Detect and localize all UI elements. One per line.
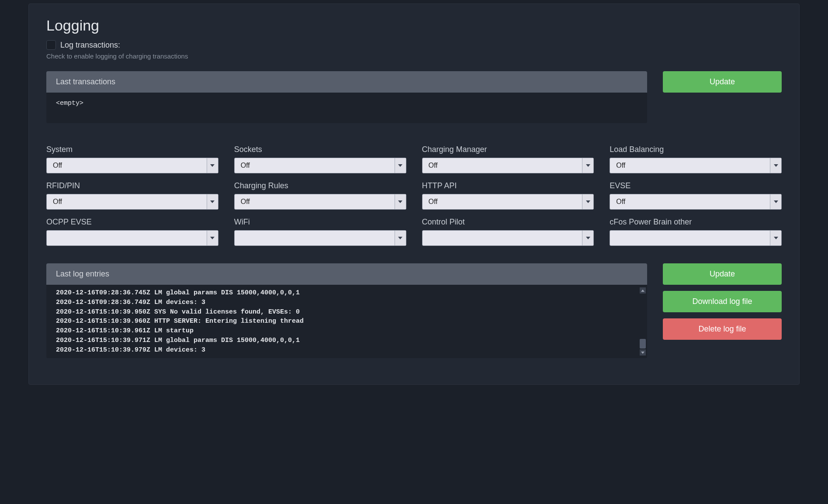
- select-block: Charging ManagerOff: [422, 145, 594, 173]
- select-value: Off: [47, 162, 207, 169]
- select-label: Sockets: [234, 145, 406, 154]
- chevron-down-icon: [207, 158, 218, 173]
- select-value: Off: [423, 198, 582, 206]
- select-label: RFID/PIN: [46, 181, 218, 190]
- select-dropdown[interactable]: [422, 230, 594, 246]
- select-label: Load Balancing: [610, 145, 782, 154]
- select-block: Load BalancingOff: [610, 145, 782, 173]
- chevron-down-icon: [770, 231, 781, 245]
- scroll-up-arrow-icon[interactable]: [640, 287, 646, 293]
- select-block: HTTP APIOff: [422, 181, 594, 210]
- chevron-down-icon: [770, 194, 781, 209]
- chevron-down-icon: [395, 194, 406, 209]
- select-value: Off: [610, 198, 770, 206]
- select-dropdown[interactable]: [46, 230, 218, 246]
- select-label: Charging Manager: [422, 145, 594, 154]
- log-transactions-label: Log transactions:: [60, 41, 120, 50]
- select-block: SystemOff: [46, 145, 218, 173]
- last-transactions-header: Last transactions: [46, 71, 647, 93]
- select-value: Off: [423, 162, 582, 169]
- logging-panel: Logging Log transactions: Check to enabl…: [28, 3, 800, 385]
- select-dropdown[interactable]: Off: [234, 158, 406, 173]
- log-line: 2020-12-16T15:10:39.961Z LM startup: [56, 326, 637, 336]
- log-level-selects-grid: SystemOffSocketsOffCharging ManagerOffLo…: [46, 145, 782, 246]
- select-label: WiFi: [234, 217, 406, 227]
- chevron-down-icon: [582, 231, 593, 245]
- page-title: Logging: [46, 17, 782, 34]
- chevron-down-icon: [207, 231, 218, 245]
- chevron-down-icon: [395, 231, 406, 245]
- last-transactions-body: <empty>: [46, 93, 647, 123]
- select-dropdown[interactable]: [610, 230, 782, 246]
- select-dropdown[interactable]: Off: [422, 194, 594, 210]
- update-log-button[interactable]: Update: [663, 263, 782, 285]
- select-label: OCPP EVSE: [46, 217, 218, 227]
- select-label: HTTP API: [422, 181, 594, 190]
- delete-log-file-button[interactable]: Delete log file: [663, 318, 782, 340]
- log-transactions-row: Log transactions:: [46, 40, 782, 50]
- download-log-file-button[interactable]: Download log file: [663, 291, 782, 312]
- update-transactions-button[interactable]: Update: [663, 71, 782, 93]
- select-dropdown[interactable]: Off: [46, 158, 218, 173]
- log-line: 2020-12-16T09:28:36.745Z LM global param…: [56, 288, 637, 298]
- select-block: OCPP EVSE: [46, 217, 218, 246]
- select-label: Control Pilot: [422, 217, 594, 227]
- select-block: Control Pilot: [422, 217, 594, 246]
- last-transactions-card: Last transactions <empty>: [46, 71, 647, 123]
- log-line: 2020-12-16T15:10:39.979Z LM devices: 3: [56, 345, 637, 355]
- select-value: Off: [235, 198, 395, 206]
- chevron-down-icon: [770, 158, 781, 173]
- select-block: WiFi: [234, 217, 406, 246]
- log-line: 2020-12-16T15:10:39.971Z LM global param…: [56, 336, 637, 345]
- select-dropdown[interactable]: Off: [610, 194, 782, 210]
- log-line: 2020-12-16T15:10:39.960Z HTTP SERVER: En…: [56, 317, 637, 326]
- select-label: Charging Rules: [234, 181, 406, 190]
- chevron-down-icon: [582, 194, 593, 209]
- select-value: Off: [235, 162, 395, 169]
- select-dropdown[interactable]: Off: [46, 194, 218, 210]
- last-log-entries-header: Last log entries: [46, 263, 647, 285]
- select-block: Charging RulesOff: [234, 181, 406, 210]
- select-block: EVSEOff: [610, 181, 782, 210]
- log-scrollbar[interactable]: [640, 287, 646, 356]
- select-block: RFID/PINOff: [46, 181, 218, 210]
- select-label: EVSE: [610, 181, 782, 190]
- select-value: Off: [610, 162, 770, 169]
- log-transactions-hint: Check to enable logging of charging tran…: [46, 52, 782, 60]
- select-dropdown[interactable]: Off: [422, 158, 594, 173]
- select-label: System: [46, 145, 218, 154]
- select-block: SocketsOff: [234, 145, 406, 173]
- select-label: cFos Power Brain other: [610, 217, 782, 227]
- chevron-down-icon: [582, 158, 593, 173]
- scroll-down-arrow-icon[interactable]: [640, 349, 646, 356]
- last-log-entries-body: 2020-12-16T09:28:36.745Z LM global param…: [46, 285, 647, 358]
- select-value: Off: [47, 198, 207, 206]
- select-block: cFos Power Brain other: [610, 217, 782, 246]
- log-transactions-checkbox[interactable]: [46, 40, 56, 50]
- last-log-entries-card: Last log entries 2020-12-16T09:28:36.745…: [46, 263, 647, 358]
- chevron-down-icon: [207, 194, 218, 209]
- select-dropdown[interactable]: Off: [234, 194, 406, 210]
- scroll-thumb[interactable]: [640, 339, 646, 349]
- select-dropdown[interactable]: Off: [610, 158, 782, 173]
- select-dropdown[interactable]: [234, 230, 406, 246]
- log-line: 2020-12-16T09:28:36.749Z LM devices: 3: [56, 298, 637, 307]
- chevron-down-icon: [395, 158, 406, 173]
- log-line: 2020-12-16T15:10:39.950Z SYS No valid li…: [56, 307, 637, 317]
